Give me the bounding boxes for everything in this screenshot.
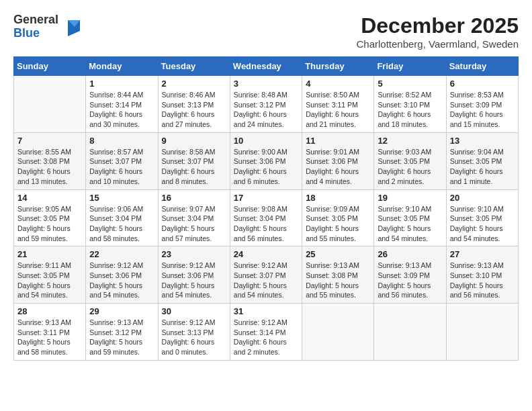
weekday-header-sunday: Sunday	[14, 57, 86, 76]
day-info: Sunrise: 9:10 AM Sunset: 3:05 PM Dayligh…	[378, 204, 442, 244]
day-number: 25	[306, 249, 370, 259]
calendar-cell: 1Sunrise: 8:44 AM Sunset: 3:14 PM Daylig…	[86, 76, 158, 133]
day-number: 4	[306, 79, 370, 89]
day-info: Sunrise: 8:46 AM Sunset: 3:13 PM Dayligh…	[162, 90, 226, 130]
day-number: 9	[162, 136, 226, 146]
day-number: 27	[450, 249, 515, 259]
calendar-cell: 19Sunrise: 9:10 AM Sunset: 3:05 PM Dayli…	[374, 189, 446, 246]
calendar-cell: 31Sunrise: 9:12 AM Sunset: 3:14 PM Dayli…	[230, 304, 302, 361]
calendar-cell: 3Sunrise: 8:48 AM Sunset: 3:12 PM Daylig…	[230, 76, 302, 133]
day-info: Sunrise: 8:44 AM Sunset: 3:14 PM Dayligh…	[89, 90, 154, 130]
calendar-cell: 28Sunrise: 9:13 AM Sunset: 3:11 PM Dayli…	[14, 304, 86, 361]
day-number: 24	[234, 249, 298, 259]
location: Charlottenberg, Vaermland, Sweden	[356, 38, 519, 50]
calendar-cell: 13Sunrise: 9:04 AM Sunset: 3:05 PM Dayli…	[446, 132, 518, 189]
day-info: Sunrise: 9:03 AM Sunset: 3:05 PM Dayligh…	[378, 147, 442, 187]
day-info: Sunrise: 9:09 AM Sunset: 3:05 PM Dayligh…	[306, 204, 370, 244]
day-info: Sunrise: 9:07 AM Sunset: 3:04 PM Dayligh…	[162, 204, 226, 244]
day-info: Sunrise: 9:11 AM Sunset: 3:05 PM Dayligh…	[17, 261, 82, 300]
day-number: 8	[89, 136, 154, 146]
day-number: 18	[306, 193, 370, 203]
day-info: Sunrise: 9:01 AM Sunset: 3:06 PM Dayligh…	[306, 147, 370, 187]
calendar-cell	[302, 304, 374, 361]
calendar-week-1: 1Sunrise: 8:44 AM Sunset: 3:14 PM Daylig…	[14, 76, 519, 133]
calendar-cell: 11Sunrise: 9:01 AM Sunset: 3:06 PM Dayli…	[302, 132, 374, 189]
day-number: 15	[89, 193, 154, 203]
calendar-cell: 20Sunrise: 9:10 AM Sunset: 3:05 PM Dayli…	[446, 189, 518, 246]
day-info: Sunrise: 8:50 AM Sunset: 3:11 PM Dayligh…	[306, 90, 370, 130]
day-number: 16	[162, 193, 226, 203]
day-number: 21	[17, 249, 82, 259]
calendar-body: 1Sunrise: 8:44 AM Sunset: 3:14 PM Daylig…	[14, 76, 519, 361]
logo-icon	[61, 17, 80, 36]
calendar-cell: 17Sunrise: 9:08 AM Sunset: 3:04 PM Dayli…	[230, 189, 302, 246]
day-number: 30	[162, 306, 226, 316]
day-info: Sunrise: 9:12 AM Sunset: 3:14 PM Dayligh…	[234, 318, 298, 357]
calendar-week-2: 7Sunrise: 8:55 AM Sunset: 3:08 PM Daylig…	[14, 132, 519, 189]
weekday-header-tuesday: Tuesday	[158, 57, 230, 76]
day-info: Sunrise: 8:48 AM Sunset: 3:12 PM Dayligh…	[234, 90, 298, 130]
day-number: 5	[378, 79, 442, 89]
calendar-cell: 16Sunrise: 9:07 AM Sunset: 3:04 PM Dayli…	[158, 189, 230, 246]
day-number: 3	[234, 79, 298, 89]
calendar-week-3: 14Sunrise: 9:05 AM Sunset: 3:05 PM Dayli…	[14, 189, 519, 246]
day-info: Sunrise: 8:52 AM Sunset: 3:10 PM Dayligh…	[378, 90, 442, 130]
calendar-cell: 30Sunrise: 9:12 AM Sunset: 3:13 PM Dayli…	[158, 304, 230, 361]
day-info: Sunrise: 9:00 AM Sunset: 3:06 PM Dayligh…	[234, 147, 298, 187]
day-number: 10	[234, 136, 298, 146]
day-number: 1	[89, 79, 154, 89]
day-info: Sunrise: 9:13 AM Sunset: 3:08 PM Dayligh…	[306, 261, 370, 300]
calendar-week-5: 28Sunrise: 9:13 AM Sunset: 3:11 PM Dayli…	[14, 304, 519, 361]
calendar-cell: 6Sunrise: 8:53 AM Sunset: 3:09 PM Daylig…	[446, 76, 518, 133]
day-info: Sunrise: 9:13 AM Sunset: 3:09 PM Dayligh…	[378, 261, 442, 300]
calendar-cell	[446, 304, 518, 361]
day-info: Sunrise: 9:12 AM Sunset: 3:06 PM Dayligh…	[89, 261, 154, 300]
day-info: Sunrise: 9:05 AM Sunset: 3:05 PM Dayligh…	[17, 204, 82, 244]
weekday-row: SundayMondayTuesdayWednesdayThursdayFrid…	[14, 57, 519, 76]
day-info: Sunrise: 9:13 AM Sunset: 3:12 PM Dayligh…	[89, 318, 154, 357]
calendar-cell: 26Sunrise: 9:13 AM Sunset: 3:09 PM Dayli…	[374, 246, 446, 304]
day-number: 12	[378, 136, 442, 146]
day-number: 19	[378, 193, 442, 203]
day-info: Sunrise: 8:55 AM Sunset: 3:08 PM Dayligh…	[17, 147, 82, 187]
day-info: Sunrise: 8:53 AM Sunset: 3:09 PM Dayligh…	[450, 90, 515, 130]
logo: General Blue	[13, 13, 80, 40]
day-info: Sunrise: 9:13 AM Sunset: 3:11 PM Dayligh…	[17, 318, 82, 357]
weekday-header-thursday: Thursday	[302, 57, 374, 76]
calendar-table: SundayMondayTuesdayWednesdayThursdayFrid…	[13, 56, 519, 361]
calendar-cell: 12Sunrise: 9:03 AM Sunset: 3:05 PM Dayli…	[374, 132, 446, 189]
calendar-week-4: 21Sunrise: 9:11 AM Sunset: 3:05 PM Dayli…	[14, 246, 519, 304]
weekday-header-wednesday: Wednesday	[230, 57, 302, 76]
calendar-cell: 24Sunrise: 9:12 AM Sunset: 3:07 PM Dayli…	[230, 246, 302, 304]
day-number: 22	[89, 249, 154, 259]
calendar-cell	[374, 304, 446, 361]
calendar-cell: 5Sunrise: 8:52 AM Sunset: 3:10 PM Daylig…	[374, 76, 446, 133]
calendar-cell: 27Sunrise: 9:13 AM Sunset: 3:10 PM Dayli…	[446, 246, 518, 304]
day-number: 11	[306, 136, 370, 146]
day-info: Sunrise: 8:58 AM Sunset: 3:07 PM Dayligh…	[162, 147, 226, 187]
calendar-cell: 23Sunrise: 9:12 AM Sunset: 3:06 PM Dayli…	[158, 246, 230, 304]
day-number: 29	[89, 306, 154, 316]
day-number: 31	[234, 306, 298, 316]
calendar-cell: 4Sunrise: 8:50 AM Sunset: 3:11 PM Daylig…	[302, 76, 374, 133]
day-number: 2	[162, 79, 226, 89]
day-info: Sunrise: 9:06 AM Sunset: 3:04 PM Dayligh…	[89, 204, 154, 244]
weekday-header-saturday: Saturday	[446, 57, 518, 76]
day-info: Sunrise: 9:10 AM Sunset: 3:05 PM Dayligh…	[450, 204, 515, 244]
calendar-cell: 10Sunrise: 9:00 AM Sunset: 3:06 PM Dayli…	[230, 132, 302, 189]
calendar-cell: 18Sunrise: 9:09 AM Sunset: 3:05 PM Dayli…	[302, 189, 374, 246]
logo-blue: Blue	[13, 27, 58, 40]
day-number: 28	[17, 306, 82, 316]
page-header: General Blue December 2025 Charlottenber…	[13, 13, 519, 50]
day-number: 23	[162, 249, 226, 259]
calendar-cell: 25Sunrise: 9:13 AM Sunset: 3:08 PM Dayli…	[302, 246, 374, 304]
day-number: 14	[17, 193, 82, 203]
day-number: 17	[234, 193, 298, 203]
day-info: Sunrise: 8:57 AM Sunset: 3:07 PM Dayligh…	[89, 147, 154, 187]
day-number: 13	[450, 136, 515, 146]
day-info: Sunrise: 9:08 AM Sunset: 3:04 PM Dayligh…	[234, 204, 298, 244]
calendar-cell: 29Sunrise: 9:13 AM Sunset: 3:12 PM Dayli…	[86, 304, 158, 361]
calendar-cell: 7Sunrise: 8:55 AM Sunset: 3:08 PM Daylig…	[14, 132, 86, 189]
day-number: 20	[450, 193, 515, 203]
day-info: Sunrise: 9:12 AM Sunset: 3:06 PM Dayligh…	[162, 261, 226, 300]
